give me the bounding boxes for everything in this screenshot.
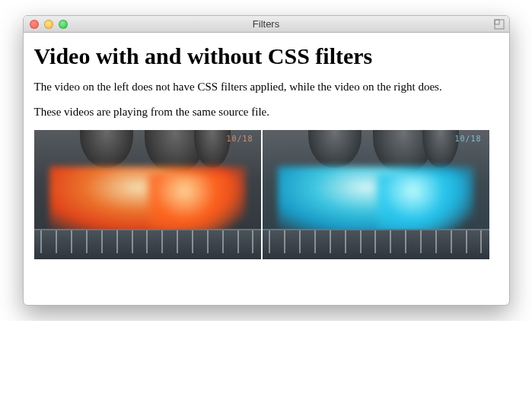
video-timecode-label: 10/18 [454, 135, 481, 143]
description-paragraph-1: The video on the left does not have CSS … [34, 80, 499, 94]
page-content: Video with and without CSS filters The v… [24, 33, 509, 305]
page-title: Video with and without CSS filters [34, 43, 499, 69]
resize-handle-icon[interactable] [494, 19, 505, 30]
minimize-icon[interactable] [44, 20, 53, 29]
description-paragraph-2: These videos are playing from the same s… [34, 105, 499, 119]
window-title: Filters [24, 18, 509, 30]
video-original[interactable]: 10/18 [34, 130, 261, 259]
app-window: Filters Video with and without CSS filte… [23, 15, 510, 306]
video-filtered[interactable]: 10/18 [263, 130, 489, 259]
video-row: 10/18 10/18 [34, 130, 499, 259]
titlebar[interactable]: Filters [24, 16, 509, 33]
traffic-lights [30, 20, 68, 29]
svg-rect-1 [495, 20, 499, 24]
zoom-icon[interactable] [59, 20, 68, 29]
video-frame: 10/18 [34, 130, 261, 259]
close-icon[interactable] [30, 20, 39, 29]
video-timecode-label: 10/18 [226, 135, 253, 143]
video-frame: 10/18 [263, 130, 489, 259]
